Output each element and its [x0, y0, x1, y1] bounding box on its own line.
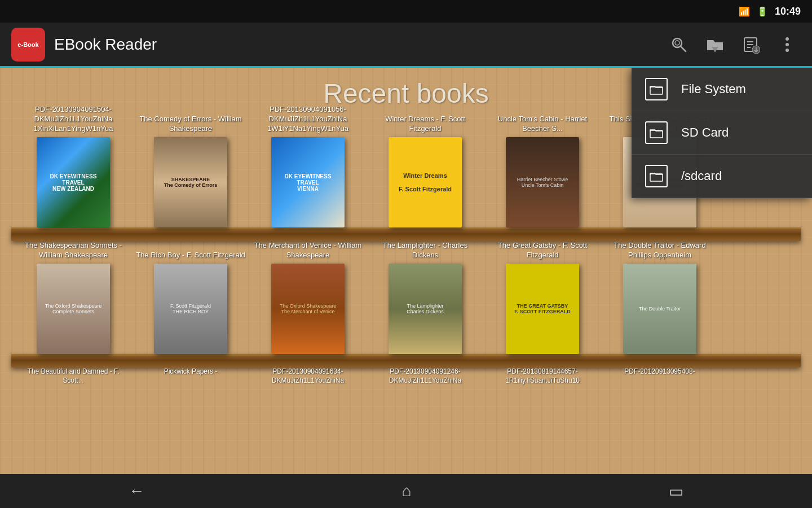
dropdown-item-sdcard-path[interactable]: /sdcard [632, 155, 812, 198]
sdcard-icon [645, 121, 668, 144]
nav-bar: ← ⌂ ▭ [0, 474, 812, 508]
book-item[interactable]: The Rich Boy - F. Scott Fitzgerald F. Sc… [134, 233, 247, 354]
shelf-row-3: The Beautiful and Damned - F. Scott... P… [0, 367, 812, 413]
book-title: The Rich Boy - F. Scott Fitzgerald [136, 233, 245, 260]
app-title-text: EBook Reader [54, 36, 656, 54]
search-button[interactable] [665, 31, 692, 58]
book-cover: F. Scott FitzgeraldTHE RICH BOY [154, 264, 227, 354]
filesystem-label: File System [681, 82, 746, 97]
dropdown-item-sdcard[interactable]: SD Card [632, 111, 812, 155]
clock: 10:49 [775, 6, 801, 17]
book-title: The Double Traitor - Edward Phillips Opp… [603, 233, 716, 260]
book-cover: Winter DreamsF. Scott Fitzgerald [389, 137, 462, 227]
book-cover: DK EYEWITNESS TRAVELNEW ZEALAND [37, 137, 110, 227]
dropdown-item-filesystem[interactable]: File System [632, 68, 812, 111]
app-logo: e-Book [11, 28, 45, 62]
sdcard-path-label: /sdcard [681, 169, 722, 183]
sdcard-label: SD Card [681, 125, 729, 140]
book-item[interactable]: PDF-20130904091504-DKMuJiZh1L1YouZhiNa 1… [17, 107, 130, 227]
book-title: The Merchant of Venice - William Shakesp… [251, 233, 364, 260]
book-cover: The Double Traitor [623, 264, 696, 354]
home-button[interactable]: ⌂ [385, 476, 429, 506]
svg-rect-17 [650, 174, 663, 181]
book-item[interactable]: The Beautiful and Damned - F. Scott... [17, 367, 130, 385]
svg-line-1 [681, 46, 686, 51]
book-cover: The LamplighterCharles Dickens [389, 264, 462, 354]
main-content: Recent books PDF-20130904091504-DKMuJiZh… [0, 68, 812, 474]
book-item[interactable]: The Lamplighter - Charles Dickens The La… [369, 233, 482, 354]
book-item[interactable]: PDF-20130904091056-DKMuJiZh1L1YouZhiNa 1… [251, 107, 364, 227]
book-title: PDF-20120913095408- [603, 367, 716, 376]
more-options-button[interactable] [774, 31, 801, 58]
book-title: The Lamplighter - Charles Dickens [369, 233, 482, 260]
shelf-plank-2 [11, 354, 801, 367]
book-item[interactable]: The Merchant of Venice - William Shakesp… [251, 233, 364, 354]
shelf-books-2: The Shakespearian Sonnets - William Shak… [11, 241, 801, 354]
book-title: The Comedy of Errors - William Shakespea… [134, 107, 247, 134]
app-bar: e-Book EBook Reader [0, 23, 812, 68]
sdcardpath-icon [645, 165, 668, 187]
svg-point-2 [675, 41, 679, 45]
wifi-icon: 📶 [739, 6, 750, 17]
book-title: Winter Dreams - F. Scott Fitzgerald [369, 107, 482, 134]
book-cover: THE GREAT GATSBYF. SCOTT FITZGERALD [506, 264, 579, 354]
svg-point-14 [785, 49, 789, 52]
book-cover: The Oxford ShakespeareComplete Sonnets [37, 264, 110, 354]
book-title: The Great Gatsby - F. Scott Fitzgerald [486, 233, 599, 260]
dropdown-menu: File System SD Card /sdcard [632, 68, 812, 198]
book-item[interactable]: The Shakespearian Sonnets - William Shak… [17, 233, 130, 354]
book-title: PDF-20130904091056-DKMuJiZh1L1YouZhiNa 1… [251, 107, 364, 134]
book-title: The Shakespearian Sonnets - William Shak… [17, 233, 130, 260]
book-cover: SHAKESPEAREThe Comedy of Errors [154, 137, 227, 227]
book-cover: Harriet Beecher StoweUncle Tom's Cabin [506, 137, 579, 227]
status-bar: 📶 🔋 10:49 [0, 0, 812, 23]
back-button[interactable]: ← [112, 476, 161, 506]
book-item[interactable]: Winter Dreams - F. Scott Fitzgerald Wint… [369, 107, 482, 227]
shelf-row-2: The Shakespearian Sonnets - William Shak… [0, 241, 812, 367]
recent-apps-button[interactable]: ▭ [652, 476, 700, 506]
battery-icon: 🔋 [757, 6, 768, 17]
shelf-books-3: The Beautiful and Damned - F. Scott... P… [11, 367, 801, 413]
book-title: Uncle Tom's Cabin - Harriet Beecher S... [486, 107, 599, 134]
book-item[interactable]: PDF-20130904091246-DKMuJiZh1L1YouZhiNa [369, 367, 482, 385]
book-item[interactable]: The Double Traitor - Edward Phillips Opp… [603, 233, 716, 354]
book-item[interactable]: The Comedy of Errors - William Shakespea… [134, 107, 247, 227]
import-button[interactable] [738, 31, 765, 58]
book-title: Pickwick Papers - [134, 367, 247, 376]
book-item[interactable]: PDF-20130819144657-1R1iliy.liSuan.JiTuSh… [486, 367, 599, 385]
svg-rect-15 [650, 87, 663, 94]
book-item[interactable]: Pickwick Papers - [134, 367, 247, 376]
svg-point-12 [785, 37, 789, 41]
book-cover: DK EYEWITNESS TRAVELVIENNA [271, 137, 345, 227]
book-cover: The Oxford ShakespeareThe Merchant of Ve… [271, 264, 345, 354]
svg-point-13 [785, 43, 789, 46]
book-title: PDF-20130819144657-1R1iliy.liSuan.JiTuSh… [486, 367, 599, 385]
filesystem-icon [645, 78, 668, 100]
book-item[interactable]: PDF-20120913095408- [603, 367, 716, 376]
book-title: The Beautiful and Damned - F. Scott... [17, 367, 130, 385]
book-title: PDF-20130904091634-DKMuJiZh1L1YouZhiNa [251, 367, 364, 385]
book-title: PDF-20130904091246-DKMuJiZh1L1YouZhiNa [369, 367, 482, 385]
book-item[interactable]: The Great Gatsby - F. Scott Fitzgerald T… [486, 233, 599, 354]
book-item[interactable]: PDF-20130904091634-DKMuJiZh1L1YouZhiNa [251, 367, 364, 385]
book-item[interactable]: Uncle Tom's Cabin - Harriet Beecher S...… [486, 107, 599, 227]
folder-button[interactable] [701, 31, 729, 58]
book-title: PDF-20130904091504-DKMuJiZh1L1YouZhiNa 1… [17, 107, 130, 134]
svg-rect-16 [650, 130, 663, 138]
